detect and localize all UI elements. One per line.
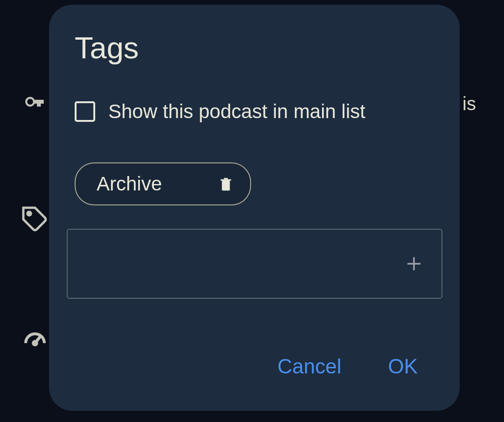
show-in-main-list-row[interactable]: Show this podcast in main list: [75, 100, 434, 123]
tags-dialog: Tags Show this podcast in main list Arch…: [49, 5, 460, 411]
show-in-main-list-checkbox[interactable]: [75, 101, 95, 122]
dialog-title: Tags: [75, 30, 434, 65]
svg-point-0: [28, 212, 31, 216]
checkbox-label: Show this podcast in main list: [108, 100, 365, 123]
dialog-actions: Cancel OK: [75, 350, 434, 392]
trash-icon[interactable]: [218, 175, 234, 193]
key-icon: [21, 91, 49, 116]
tag-chip-label: Archive: [97, 173, 162, 195]
plus-icon[interactable]: [404, 254, 441, 274]
svg-point-2: [33, 341, 37, 345]
background-text: is: [462, 93, 476, 114]
tag-chip-archive[interactable]: Archive: [75, 162, 251, 205]
speedometer-icon: [21, 327, 49, 357]
ok-button[interactable]: OK: [388, 350, 418, 383]
add-tag-input[interactable]: [68, 230, 404, 298]
add-tag-container: [67, 229, 442, 299]
tag-icon: [21, 205, 49, 235]
cancel-button[interactable]: Cancel: [277, 350, 341, 383]
